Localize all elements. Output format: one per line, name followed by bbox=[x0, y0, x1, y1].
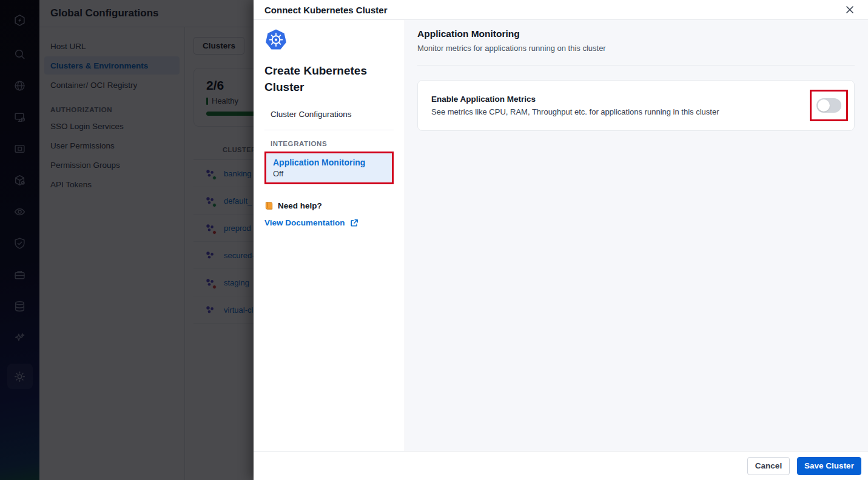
need-help-row: Need help? bbox=[264, 201, 394, 210]
drawer-nav-application-monitoring[interactable]: Application Monitoring Off bbox=[264, 152, 394, 184]
application-metrics-toggle[interactable] bbox=[816, 98, 841, 113]
view-documentation-label: View Documentation bbox=[264, 218, 345, 227]
section-heading: Application Monitoring bbox=[417, 28, 855, 39]
annotation-box bbox=[810, 90, 848, 121]
cancel-button[interactable]: Cancel bbox=[747, 457, 790, 475]
drawer-right-panel: Application Monitoring Monitor metrics f… bbox=[405, 20, 868, 451]
drawer-heading: Create Kubernetes Cluster bbox=[264, 62, 393, 95]
toggle-knob bbox=[818, 99, 830, 112]
save-cluster-button[interactable]: Save Cluster bbox=[797, 457, 861, 475]
drawer-footer: Cancel Save Cluster bbox=[254, 451, 868, 480]
need-help-label: Need help? bbox=[278, 201, 322, 210]
drawer-header: Connect Kubernetes Cluster bbox=[254, 0, 868, 20]
application-monitoring-state: Off bbox=[273, 169, 385, 178]
close-icon[interactable] bbox=[843, 2, 857, 17]
metric-card-title: Enable Application Metrics bbox=[431, 95, 810, 104]
screen: Global Configurations Host URL Clusters … bbox=[0, 0, 868, 480]
view-documentation-link[interactable]: View Documentation bbox=[264, 218, 394, 227]
section-subheading: Monitor metrics for applications running… bbox=[417, 44, 855, 53]
divider bbox=[264, 130, 394, 130]
book-icon bbox=[264, 201, 274, 210]
application-monitoring-label: Application Monitoring bbox=[273, 158, 385, 167]
external-link-icon bbox=[350, 219, 358, 227]
kubernetes-logo bbox=[264, 28, 288, 52]
connect-kubernetes-cluster-drawer: Connect Kubernetes Cluster Create Kubern… bbox=[254, 0, 868, 480]
enable-application-metrics-card: Enable Application Metrics See metrics l… bbox=[417, 80, 855, 131]
modal-dim-overlay[interactable] bbox=[0, 0, 254, 480]
metric-card-description: See metrics like CPU, RAM, Throughput et… bbox=[431, 107, 810, 116]
drawer-left-panel: Create Kubernetes Cluster Cluster Config… bbox=[254, 20, 405, 451]
drawer-title: Connect Kubernetes Cluster bbox=[264, 5, 388, 15]
integrations-section-header: INTEGRATIONS bbox=[264, 140, 394, 147]
drawer-nav-cluster-configurations[interactable]: Cluster Configurations bbox=[264, 110, 394, 119]
divider bbox=[417, 65, 855, 65]
metric-card-text: Enable Application Metrics See metrics l… bbox=[431, 95, 810, 116]
drawer-body: Create Kubernetes Cluster Cluster Config… bbox=[254, 20, 868, 451]
